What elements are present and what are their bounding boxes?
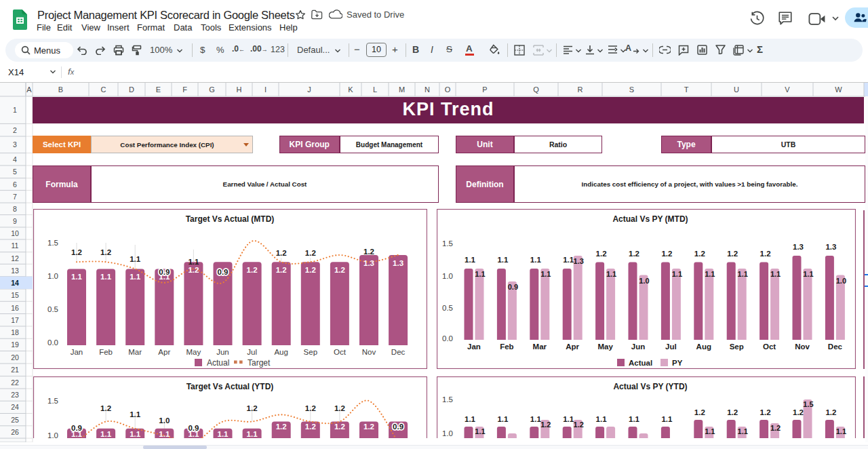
svg-text:1.3: 1.3 [393, 259, 403, 267]
svg-text:1.1: 1.1 [71, 273, 83, 281]
svg-text:11: 11 [12, 241, 19, 250]
svg-text:T: T [684, 85, 689, 94]
svg-text:H: H [237, 85, 242, 94]
svg-text:Actual: Actual [629, 359, 652, 367]
svg-text:1.5: 1.5 [442, 239, 453, 248]
svg-text:1.2: 1.2 [363, 423, 374, 431]
svg-text:1.2: 1.2 [305, 266, 316, 274]
svg-text:1.1: 1.1 [629, 415, 640, 423]
svg-text:0.9: 0.9 [218, 268, 229, 276]
svg-text:1.2: 1.2 [629, 250, 639, 258]
svg-text:0.5: 0.5 [47, 305, 58, 313]
svg-text:Dec: Dec [828, 343, 843, 351]
svg-text:1.2: 1.2 [100, 248, 111, 256]
svg-text:1.1: 1.1 [130, 255, 141, 263]
svg-text:Aug: Aug [274, 348, 288, 356]
svg-text:1.2: 1.2 [694, 408, 705, 416]
svg-text:J: J [307, 85, 311, 94]
svg-text:10: 10 [11, 229, 19, 237]
svg-text:1.2: 1.2 [334, 266, 345, 274]
svg-text:8: 8 [13, 205, 17, 213]
svg-text:1.2: 1.2 [760, 250, 771, 258]
svg-text:0.9: 0.9 [71, 424, 82, 432]
svg-text:1.1: 1.1 [130, 273, 141, 281]
svg-text:1.1: 1.1 [803, 270, 813, 278]
svg-text:1.2: 1.2 [305, 404, 316, 412]
svg-text:0.0: 0.0 [442, 334, 453, 343]
svg-text:1.0: 1.0 [639, 277, 649, 285]
svg-text:14: 14 [11, 279, 19, 287]
svg-text:Actual: Actual [207, 358, 229, 368]
svg-text:24: 24 [11, 403, 19, 411]
svg-text:1.5: 1.5 [47, 397, 58, 405]
svg-text:Aug: Aug [696, 343, 711, 351]
svg-text:1.2: 1.2 [661, 250, 672, 258]
svg-text:1.2: 1.2 [247, 266, 258, 274]
svg-text:9: 9 [13, 217, 17, 225]
svg-text:25: 25 [11, 416, 19, 424]
svg-text:1.2: 1.2 [540, 421, 551, 429]
svg-text:1.2: 1.2 [727, 250, 738, 258]
svg-text:M: M [399, 85, 405, 94]
svg-text:I: I [264, 85, 267, 94]
svg-text:1.1: 1.1 [247, 430, 258, 438]
svg-text:Jul: Jul [247, 348, 257, 356]
svg-text:2: 2 [13, 126, 17, 134]
svg-text:1.1: 1.1 [672, 270, 682, 278]
svg-text:1.1: 1.1 [661, 415, 673, 423]
svg-text:Actual Vs PY (YTD): Actual Vs PY (YTD) [613, 382, 687, 391]
svg-text:1.2: 1.2 [770, 424, 781, 432]
svg-text:1.1: 1.1 [596, 415, 608, 423]
svg-text:1.0: 1.0 [836, 277, 846, 285]
svg-text:1.2: 1.2 [793, 408, 804, 416]
svg-text:1.1: 1.1 [563, 415, 574, 423]
svg-text:Q: Q [533, 85, 539, 94]
svg-text:1.1: 1.1 [705, 270, 715, 278]
svg-text:0.0: 0.0 [47, 338, 58, 347]
svg-text:P: P [482, 85, 487, 94]
svg-text:D: D [129, 85, 134, 94]
svg-text:1.0: 1.0 [47, 431, 58, 438]
svg-text:23: 23 [11, 391, 19, 399]
svg-text:1.2: 1.2 [247, 404, 258, 412]
svg-text:1.2: 1.2 [727, 408, 738, 416]
svg-text:1.2: 1.2 [71, 248, 82, 256]
svg-text:L: L [373, 85, 377, 94]
svg-text:0.9: 0.9 [188, 424, 199, 432]
svg-text:1: 1 [13, 106, 17, 114]
svg-text:1.1: 1.1 [475, 270, 485, 278]
svg-text:1.2: 1.2 [760, 408, 771, 416]
svg-text:Nov: Nov [795, 343, 810, 351]
svg-text:18: 18 [11, 328, 19, 336]
svg-text:O: O [445, 85, 451, 94]
svg-text:Jun: Jun [631, 343, 645, 351]
svg-text:15: 15 [11, 291, 19, 299]
svg-text:1.5: 1.5 [442, 395, 453, 404]
svg-text:1.5: 1.5 [47, 239, 58, 247]
svg-text:C: C [101, 85, 106, 94]
svg-text:Dec: Dec [391, 348, 406, 356]
svg-text:Target Vs Actual (MTD): Target Vs Actual (MTD) [186, 214, 275, 224]
svg-text:Oct: Oct [763, 343, 776, 351]
svg-text:20: 20 [11, 353, 19, 362]
svg-text:1.2: 1.2 [188, 266, 199, 274]
svg-text:1.2: 1.2 [596, 250, 607, 258]
svg-text:1.2: 1.2 [694, 250, 705, 258]
svg-text:R: R [578, 85, 583, 94]
svg-text:Sep: Sep [304, 348, 317, 356]
svg-text:1.1: 1.1 [836, 427, 846, 435]
svg-text:19: 19 [11, 340, 19, 349]
svg-text:1.2: 1.2 [825, 408, 836, 416]
svg-text:Apr: Apr [566, 343, 579, 351]
svg-text:1.1: 1.1 [563, 256, 574, 264]
svg-text:B: B [58, 85, 63, 94]
svg-text:Target Vs Actual (YTD): Target Vs Actual (YTD) [186, 382, 274, 391]
svg-text:U: U [734, 85, 739, 94]
svg-text:1.2: 1.2 [100, 404, 111, 412]
svg-text:Mar: Mar [128, 348, 142, 356]
svg-text:1.1: 1.1 [130, 410, 141, 418]
svg-text:Sep: Sep [730, 343, 744, 351]
svg-text:1.1: 1.1 [159, 430, 170, 438]
svg-text:Jan: Jan [467, 343, 481, 351]
svg-text:1.1: 1.1 [530, 256, 542, 264]
